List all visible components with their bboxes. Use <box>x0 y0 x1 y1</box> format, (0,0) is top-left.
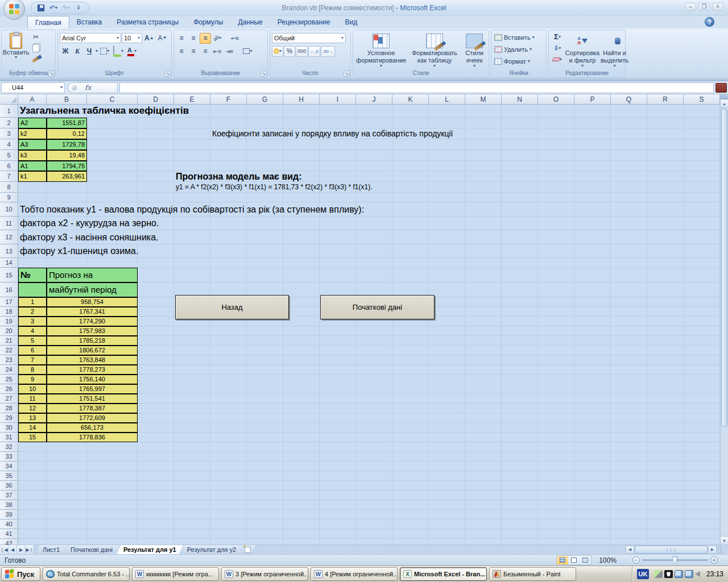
cell-A25[interactable]: 9 <box>18 375 47 384</box>
comma-style-button[interactable]: 000 <box>296 46 308 57</box>
column-header-K[interactable]: K <box>392 94 429 105</box>
formula-bar-handle[interactable] <box>72 85 77 90</box>
bold-button[interactable]: Ж <box>60 46 71 57</box>
cell-B30[interactable]: 656,173 <box>47 423 138 433</box>
cut-button[interactable]: ✂ <box>30 31 42 42</box>
cell-B5[interactable]: 19,48 <box>47 150 87 161</box>
cell-E8[interactable]: y1 = A * f2(x2) * f3(x3) * f1(x1) = 1781… <box>174 182 210 193</box>
next-sheet-button[interactable]: ▶ <box>17 545 26 554</box>
increase-font-button[interactable]: А▲ <box>143 33 156 44</box>
select-all-corner[interactable] <box>0 94 18 105</box>
cell-A7[interactable]: k1 <box>18 171 47 182</box>
cell-B26[interactable]: 1765,997 <box>47 384 138 394</box>
column-header-E[interactable]: E <box>174 94 210 105</box>
orientation-button[interactable]: ab▾ <box>212 33 223 44</box>
column-header-I[interactable]: I <box>320 94 356 105</box>
font-name-select[interactable]: Arial Cyr▾ <box>60 33 121 43</box>
row-header-2[interactable]: 2 <box>0 118 18 128</box>
back-form-button[interactable]: Назад <box>175 295 289 319</box>
sort-filter-button[interactable]: АЯ Сортировка и фильтр▾ <box>565 31 600 68</box>
ribbon-tab-Рецензирование[interactable]: Рецензирование <box>270 16 338 28</box>
ribbon-tab-Вставка[interactable]: Вставка <box>69 16 110 28</box>
row-header-15[interactable]: 15 <box>0 268 18 282</box>
row-header-41[interactable]: 41 <box>0 529 18 539</box>
customize-qat-button[interactable]: ▾ <box>73 3 84 13</box>
ribbon-tab-Данные[interactable]: Данные <box>230 16 270 28</box>
cell-A26[interactable]: 10 <box>18 384 47 394</box>
row-header-27[interactable]: 27 <box>0 394 18 404</box>
cell-A4[interactable]: A3 <box>18 139 47 150</box>
format-cells-button[interactable]: Формат▾ <box>493 56 544 67</box>
row-header-8[interactable]: 8 <box>0 182 18 193</box>
cell-B23[interactable]: 1763,848 <box>47 355 138 365</box>
row-header-4[interactable]: 4 <box>0 139 18 150</box>
column-header-D[interactable]: D <box>138 94 174 105</box>
row-header-3[interactable]: 3 <box>0 128 18 139</box>
sheet-tab-Результат для у2[interactable]: Результат для у2 <box>180 545 243 554</box>
scroll-up-arrow[interactable]: ▲ <box>721 99 728 108</box>
row-header-23[interactable]: 23 <box>0 355 18 365</box>
align-middle-button[interactable]: ≡ <box>188 33 199 44</box>
cell-B19[interactable]: 1774,290 <box>47 317 138 326</box>
ribbon-tab-Формулы[interactable]: Формулы <box>186 16 230 28</box>
cell-A30[interactable]: 14 <box>18 423 47 433</box>
cell-B27[interactable]: 1751,541 <box>47 394 138 404</box>
cell-A28[interactable]: 12 <box>18 404 47 413</box>
sheet-tab-Результат для у1[interactable]: Результат для у1 <box>117 545 183 554</box>
last-sheet-button[interactable]: ▶❘ <box>26 545 34 554</box>
cell-styles-button[interactable]: Стили ячеек▾ <box>461 31 487 68</box>
fill-color-button[interactable]: ▾ <box>111 46 125 57</box>
row-header-40[interactable]: 40 <box>0 519 18 529</box>
column-header-A[interactable]: A <box>18 94 47 105</box>
font-color-button[interactable]: А▾ <box>126 46 138 57</box>
device-icon[interactable] <box>654 570 663 578</box>
row-header-11[interactable]: 11 <box>0 217 18 230</box>
row-header-18[interactable]: 18 <box>0 307 18 317</box>
column-header-O[interactable]: O <box>538 94 574 105</box>
close-button[interactable]: × <box>712 3 723 11</box>
number-format-select[interactable]: Общий▾ <box>272 33 346 43</box>
cell-A10[interactable]: Тобто показник у1 - валова продукція по … <box>18 202 47 217</box>
row-header-19[interactable]: 19 <box>0 317 18 326</box>
sheet-tab-Лист1[interactable]: Лист1 <box>36 545 67 554</box>
office-button[interactable] <box>3 0 25 20</box>
task-button-word[interactable]: W3 [Режим ограниченной... <box>221 567 308 581</box>
cell-B3[interactable]: 0,12 <box>47 128 87 139</box>
cell-A2[interactable]: A2 <box>18 118 47 128</box>
cell-B6[interactable]: 1794,75 <box>47 161 87 171</box>
name-box[interactable]: U44▾ <box>1 82 65 93</box>
italic-button[interactable]: К <box>72 46 83 57</box>
zoom-track[interactable] <box>642 559 708 561</box>
cell-A5[interactable]: k3 <box>18 150 47 161</box>
ribbon-tab-Разметка страницы[interactable]: Разметка страницы <box>109 16 186 28</box>
insert-worksheet-tab[interactable] <box>240 545 255 554</box>
initial-data-form-button[interactable]: Початкові дані <box>320 295 435 319</box>
cell-B29[interactable]: 1772,609 <box>47 413 138 423</box>
cell-A6[interactable]: A1 <box>18 161 47 171</box>
row-header-37[interactable]: 37 <box>0 490 18 500</box>
cell-A29[interactable]: 13 <box>18 413 47 423</box>
increase-indent-button[interactable]: ⇥≡ <box>224 46 235 57</box>
cell-B16[interactable]: майбутній період <box>47 282 138 297</box>
prev-sheet-button[interactable]: ◀ <box>9 545 17 554</box>
network-icon[interactable] <box>685 570 693 578</box>
row-header-29[interactable]: 29 <box>0 413 18 423</box>
zoom-in-button[interactable]: + <box>710 556 718 564</box>
font-size-select[interactable]: 10▾ <box>122 33 142 43</box>
column-header-C[interactable]: C <box>87 94 138 105</box>
undo-button[interactable]: ↶▾ <box>48 3 59 13</box>
antivirus-icon[interactable] <box>664 570 673 578</box>
row-header-10[interactable]: 10 <box>0 202 18 217</box>
cell-A22[interactable]: 6 <box>18 346 47 355</box>
cell-F3[interactable]: Коефіциєнти записані у порядку впливу на… <box>210 128 247 139</box>
increase-decimal-button[interactable]: ←,0 <box>308 46 320 57</box>
accounting-format-button[interactable]: ▾ <box>272 46 283 57</box>
fill-button[interactable]: ⇩▾ <box>551 43 564 53</box>
format-as-table-button[interactable]: Форматировать как таблицу▾ <box>408 31 461 68</box>
clipboard-dialog-launcher-icon[interactable]: ↘ <box>48 70 55 77</box>
cell-A12[interactable]: фактору х3 - насіння соняшника. <box>18 230 47 244</box>
cell-A11[interactable]: фактора х2 - кукурудза на зерно. <box>18 217 47 230</box>
column-header-B[interactable]: B <box>47 94 87 105</box>
formula-bar-expand-button[interactable] <box>715 83 727 93</box>
task-button-word[interactable]: W4 [Режим ограниченной... <box>311 567 398 581</box>
